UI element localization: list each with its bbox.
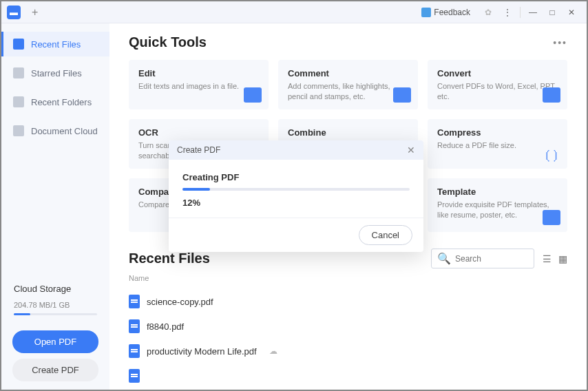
minimize-button[interactable]: — (523, 3, 543, 22)
divider (520, 7, 521, 18)
menu-icon[interactable]: ⋮ (498, 3, 517, 22)
cloud-storage-title: Cloud Storage (14, 284, 97, 294)
name-column-header: Name (129, 274, 567, 282)
cloud-storage-block: Cloud Storage 204.78 MB/1 GB (1, 275, 109, 324)
sidebar-item-recent-folders[interactable]: Recent Folders (1, 89, 109, 114)
tool-title: Convert (437, 68, 558, 78)
modal-status: Creating PDF (182, 172, 410, 182)
template-icon (543, 210, 560, 225)
sidebar-item-recent-files[interactable]: Recent Files (1, 32, 109, 56)
grid-view-icon[interactable]: ▦ (558, 253, 567, 264)
tool-edit[interactable]: Edit Edit texts and images in a file. (129, 60, 269, 109)
file-icon (13, 39, 24, 50)
cloud-storage-usage: 204.78 MB/1 GB (14, 301, 97, 309)
file-row[interactable]: productivity Modern Life.pdf ☁ (129, 339, 567, 363)
progress-percent: 12% (182, 198, 410, 208)
pdf-file-icon (129, 319, 140, 333)
tool-title: Compress (437, 127, 558, 138)
file-name: productivity Modern Life.pdf (147, 346, 257, 357)
sidebar-item-label: Recent Files (31, 39, 81, 50)
progress-bar (182, 188, 410, 191)
sidebar-item-label: Document Cloud (31, 126, 98, 136)
file-name: f8840.pdf (147, 321, 184, 332)
convert-icon (543, 87, 560, 103)
tool-title: OCR (138, 127, 259, 138)
sidebar: Recent Files Starred Files Recent Folder… (1, 23, 109, 390)
list-view-icon[interactable]: ☰ (543, 253, 552, 264)
tool-title: Edit (138, 68, 259, 78)
feedback-label: Feedback (434, 8, 470, 17)
tool-comment[interactable]: Comment Add comments, like highlights, p… (278, 60, 418, 109)
file-row[interactable] (129, 363, 567, 388)
open-pdf-button[interactable]: Open PDF (12, 330, 98, 353)
cloud-indicator-icon: ☁ (269, 346, 277, 356)
pdf-file-icon (129, 369, 140, 383)
file-row[interactable]: science-copy.pdf (129, 289, 567, 314)
progress-fill (182, 188, 210, 191)
comment-icon (393, 87, 411, 103)
titlebar: ▬ + Feedback ✿ ⋮ — □ ✕ (1, 1, 587, 23)
create-pdf-modal: Create PDF ✕ Creating PDF 12% Cancel (169, 140, 423, 252)
tool-desc: Reduce a PDF file size. (437, 140, 558, 151)
tool-convert[interactable]: Convert Convert PDFs to Word, Excel, PPT… (428, 60, 567, 109)
sidebar-item-document-cloud[interactable]: Document Cloud (1, 118, 109, 143)
tool-title: Comment (288, 68, 408, 78)
cancel-button[interactable]: Cancel (359, 225, 412, 245)
star-icon (13, 67, 24, 78)
maximize-button[interactable]: □ (543, 3, 562, 22)
tool-desc: Add comments, like highlights, pencil an… (288, 81, 408, 102)
sidebar-item-label: Recent Folders (31, 97, 92, 107)
more-icon[interactable]: ••• (553, 37, 567, 48)
file-row[interactable]: f8840.pdf (129, 314, 567, 339)
edit-icon (244, 87, 262, 103)
tool-template[interactable]: Template Provide exquisite PDF templates… (428, 178, 567, 232)
new-tab-button[interactable]: + (32, 6, 38, 19)
create-pdf-button[interactable]: Create PDF (12, 359, 98, 381)
pdf-file-icon (129, 344, 140, 358)
recent-files-heading: Recent Files (129, 251, 210, 266)
folder-icon (13, 96, 24, 107)
search-box[interactable]: 🔍 (431, 249, 534, 268)
close-button[interactable]: ✕ (562, 3, 581, 22)
app-icon[interactable]: ▬ (7, 6, 21, 19)
sidebar-item-starred-files[interactable]: Starred Files (1, 61, 109, 85)
feedback-icon (421, 8, 431, 17)
tool-desc: Edit texts and images in a file. (138, 81, 259, 92)
quick-tools-heading: Quick Tools (129, 34, 207, 50)
search-input[interactable] (455, 254, 528, 264)
tool-desc: Convert PDFs to Word, Excel, PPT, etc. (437, 81, 558, 102)
tool-title: Combine (288, 127, 408, 138)
file-name: science-copy.pdf (147, 297, 213, 307)
modal-title: Create PDF (177, 145, 220, 155)
cloud-storage-bar (14, 313, 97, 315)
gear-icon[interactable]: ✿ (479, 3, 498, 22)
cloud-icon (13, 125, 24, 136)
feedback-button[interactable]: Feedback (421, 8, 470, 17)
modal-header: Create PDF ✕ (169, 140, 423, 160)
modal-close-button[interactable]: ✕ (407, 145, 415, 156)
compress-icon (543, 147, 560, 162)
sidebar-item-label: Starred Files (31, 68, 82, 78)
tool-title: Template (437, 187, 558, 197)
search-icon: 🔍 (437, 252, 451, 265)
pdf-file-icon (129, 295, 140, 308)
tool-compress[interactable]: Compress Reduce a PDF file size. (428, 119, 567, 169)
tool-desc: Provide exquisite PDF templates, like re… (437, 200, 558, 220)
